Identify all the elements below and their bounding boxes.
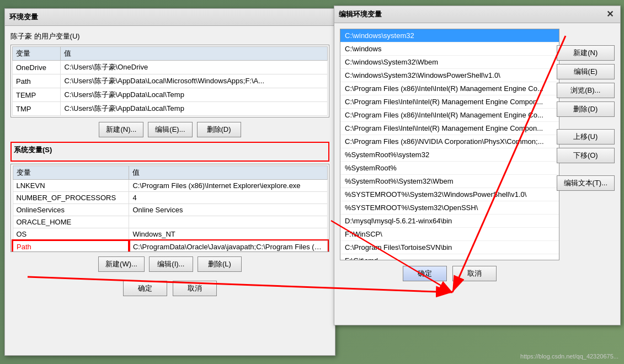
path-list-item[interactable]: C:\windows (340, 42, 559, 56)
sys-btn-row: 新建(W)... 编辑(I)... 删除(L) (10, 256, 329, 272)
sys-table-row[interactable]: OSWindows_NT (13, 228, 328, 241)
sys-var-name: Path (13, 240, 129, 252)
sys-var-val: Online Services (129, 204, 328, 216)
edit-ok-button[interactable]: 确定 (403, 266, 447, 281)
main-cancel-button[interactable]: 取消 (173, 281, 217, 296)
path-list-item[interactable]: C:\Program Files (x86)\NVIDIA Corporatio… (340, 135, 559, 148)
sys-new-button[interactable]: 新建(W)... (98, 256, 145, 272)
edit-cancel-button[interactable]: 取消 (452, 266, 497, 281)
edit-edit-button[interactable]: 编辑(E) (557, 64, 615, 79)
sys-var-name: OnlineServices (13, 204, 129, 216)
user-var-table: 变量 值 OneDriveC:\Users\陈子豪\OneDrivePathC:… (12, 46, 328, 116)
sys-col-val: 值 (129, 166, 328, 180)
user-var-val: C:\Users\陈子豪\AppData\Local\Temp (61, 102, 328, 116)
sys-table-row[interactable]: NUMBER_OF_PROCESSORS4 (13, 192, 328, 204)
main-ok-button[interactable]: 确定 (123, 281, 167, 296)
path-list-item[interactable]: C:\windows\System32\Wbem (340, 56, 559, 69)
path-list-item[interactable]: %SYSTEMROOT%\System32\WindowsPowerShell\… (340, 188, 559, 201)
path-list-item[interactable]: C:\Program Files\Intel\Intel(R) Manageme… (340, 122, 559, 135)
user-section-label: 陈子豪 的用户变量(U) (10, 31, 329, 41)
user-edit-button[interactable]: 编辑(E)... (148, 122, 192, 137)
sys-var-name: OS (13, 228, 129, 241)
user-var-name: OneDrive (13, 61, 61, 74)
sys-section-label: 系统变量(S) (14, 145, 326, 155)
sys-table-row[interactable]: OnlineServicesOnline Services (13, 204, 328, 216)
edit-dialog-titlebar: 编辑环境变量 ✕ (334, 6, 620, 23)
edit-up-button[interactable]: 上移(U) (557, 129, 615, 144)
sys-var-name: ORACLE_HOME (13, 216, 129, 228)
env-dialog: 环境变量 陈子豪 的用户变量(U) 变量 值 OneDriveC:\Users\… (4, 8, 335, 356)
path-list-item[interactable]: C:\windows\system32 (340, 29, 559, 42)
main-ok-cancel: 确定 取消 (10, 281, 329, 296)
edit-dialog-title: 编辑环境变量 (339, 9, 382, 19)
sys-table-row[interactable]: ORACLE_HOME (13, 216, 328, 228)
edit-down-button[interactable]: 下移(O) (557, 148, 615, 163)
path-list-item[interactable]: %SystemRoot% (340, 162, 559, 175)
user-delete-button[interactable]: 删除(D) (197, 122, 241, 137)
sys-var-name: LNKEVN (13, 180, 129, 192)
user-var-name: Path (13, 74, 61, 88)
path-list-item[interactable]: %SystemRoot%\System32\Wbem (340, 175, 559, 188)
edit-text-button[interactable]: 编辑文本(T)... (557, 175, 615, 191)
path-list-item[interactable]: C:\Program Files\TortoiseSVN\bin (340, 241, 559, 254)
user-col-val: 值 (61, 47, 328, 61)
user-btn-row: 新建(N)... 编辑(E)... 删除(D) (10, 122, 329, 137)
sys-delete-button[interactable]: 删除(L) (198, 256, 242, 272)
path-list-item[interactable]: D:\mysql\mysql-5.6.21-winx64\bin (340, 215, 559, 228)
user-table-row[interactable]: PathC:\Users\陈子豪\AppData\Local\Microsoft… (13, 74, 328, 88)
user-new-button[interactable]: 新建(N)... (99, 122, 143, 137)
edit-delete-button[interactable]: 删除(D) (557, 101, 615, 117)
user-table-row[interactable]: OneDriveC:\Users\陈子豪\OneDrive (13, 61, 328, 74)
path-list-item[interactable]: %SystemRoot%\system32 (340, 148, 559, 162)
sys-var-val: Windows_NT (129, 228, 328, 241)
user-var-val: C:\Users\陈子豪\AppData\Local\Temp (61, 88, 328, 102)
edit-ok-cancel: 确定 取消 (340, 266, 559, 281)
sys-table-row[interactable]: LNKEVNC:\Program Files (x86)\Internet Ex… (13, 180, 328, 192)
user-col-var: 变量 (13, 47, 61, 61)
user-var-name: TMP (13, 102, 61, 116)
path-list-item[interactable]: C:\windows\System32\WindowsPowerShell\v1… (340, 69, 559, 82)
sys-var-val: C:\Program Files (x86)\Internet Explorer… (129, 180, 328, 192)
edit-btn-col: 新建(N) 编辑(E) 浏览(B)... 删除(D) 上移(U) 下移(O) 编… (557, 45, 615, 191)
user-table-row[interactable]: TMPC:\Users\陈子豪\AppData\Local\Temp (13, 102, 328, 116)
user-var-val: C:\Users\陈子豪\AppData\Local\Microsoft\Win… (61, 74, 328, 88)
edit-close-button[interactable]: ✕ (604, 10, 616, 19)
path-list-item[interactable]: C:\Program Files (x86)\Intel\Intel(R) Ma… (340, 82, 559, 95)
path-list-item[interactable]: F:\WinSCP\ (340, 228, 559, 241)
sys-var-val: C:\ProgramData\Oracle\Java\javapath;C:\P… (129, 240, 328, 252)
sys-var-name: NUMBER_OF_PROCESSORS (13, 192, 129, 204)
sys-var-val: 4 (129, 192, 328, 204)
bottom-url: https://blog.csdn.net/qq_42320675... (520, 353, 618, 360)
sys-var-val (129, 216, 328, 228)
env-dialog-title: 环境变量 (9, 12, 38, 22)
path-list: C:\windows\system32C:\windowsC:\windows\… (340, 29, 559, 260)
user-var-val: C:\Users\陈子豪\OneDrive (61, 61, 328, 74)
user-table-row[interactable]: TEMPC:\Users\陈子豪\AppData\Local\Temp (13, 88, 328, 102)
path-list-item[interactable]: C:\Program Files\Intel\Intel(R) Manageme… (340, 95, 559, 109)
path-list-item[interactable]: F:\Git\cmd (340, 254, 559, 260)
user-var-name: TEMP (13, 88, 61, 102)
sys-var-table: 变量 值 LNKEVNC:\Program Files (x86)\Intern… (12, 165, 328, 252)
sys-col-var: 变量 (13, 166, 129, 180)
path-list-item[interactable]: C:\Program Files (x86)\Intel\Intel(R) Ma… (340, 109, 559, 122)
edit-dialog: 编辑环境变量 ✕ C:\windows\system32C:\windowsC:… (334, 6, 621, 325)
sys-table-row[interactable]: PathC:\ProgramData\Oracle\Java\javapath;… (13, 240, 328, 252)
sys-section-wrapper: 系统变量(S) (10, 142, 329, 162)
edit-new-button[interactable]: 新建(N) (557, 45, 615, 61)
env-dialog-titlebar: 环境变量 (5, 9, 335, 26)
path-list-item[interactable]: %SYSTEMROOT%\System32\OpenSSH\ (340, 201, 559, 215)
edit-browse-button[interactable]: 浏览(B)... (557, 83, 615, 98)
sys-edit-button[interactable]: 编辑(I)... (149, 256, 193, 272)
